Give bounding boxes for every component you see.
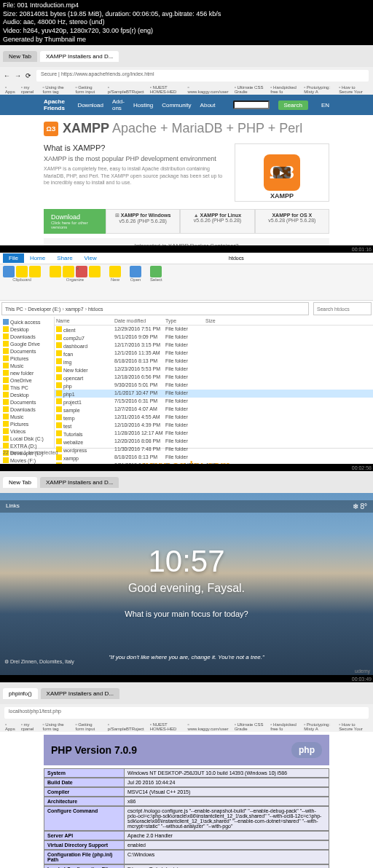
bookmark-item[interactable]: ▫ Prototyping: Misty A xyxy=(302,84,335,95)
nav-community[interactable]: Community xyxy=(162,102,191,108)
bookmark-item[interactable]: ▫ NUEST HOMES-HED xyxy=(148,722,184,732)
sidebar-item[interactable]: Desktop xyxy=(1,326,52,333)
sidebar-item[interactable]: Downloads xyxy=(1,333,52,340)
select-icon[interactable] xyxy=(150,266,162,277)
bookmark-item[interactable]: ▫ p/SampleBTRoject xyxy=(106,84,146,95)
file-row[interactable]: comp2u79/11/2016 9:09 PMFile folder xyxy=(55,334,373,342)
properties-icon[interactable] xyxy=(130,266,141,277)
col-date[interactable]: Date modified xyxy=(114,318,165,323)
paste-icon[interactable] xyxy=(29,266,41,277)
search-button[interactable]: Search xyxy=(278,100,308,110)
file-row[interactable]: php11/1/2017 10:47 PMFile folder xyxy=(55,390,373,398)
download-windows[interactable]: ⊞ XAMPP for Windowsv5.6.26 (PHP 5.6.28) xyxy=(106,209,180,234)
sidebar-item[interactable]: Pictures xyxy=(1,355,52,362)
sidebar-item[interactable]: EXTRA (D:) xyxy=(1,442,52,449)
tab-xampp-3[interactable]: XAMPP Installers and D... xyxy=(40,477,119,488)
sidebar-item[interactable]: Pictures xyxy=(1,420,52,427)
forward-icon[interactable]: → xyxy=(12,72,23,79)
lang-selector[interactable]: EN xyxy=(321,102,329,108)
sidebar-item[interactable]: Desktop xyxy=(1,391,52,398)
col-name[interactable]: Name xyxy=(56,318,114,323)
bookmark-item[interactable]: ▫ my cpanel xyxy=(19,84,39,95)
tab-phpinfo[interactable]: phpinfo() xyxy=(3,688,38,699)
bookmark-item[interactable]: ▫ Prototyping: Misty A xyxy=(302,722,335,732)
sidebar-item[interactable]: Music xyxy=(1,362,52,369)
sidebar-item[interactable]: Documents xyxy=(1,398,52,406)
bookmark-item[interactable]: ▫ Using the form tag xyxy=(41,84,72,95)
sidebar-item[interactable]: Documents xyxy=(1,347,52,355)
sidebar-item[interactable]: Downloads xyxy=(1,406,52,413)
bookmark-item[interactable]: ▫ www.kaggy.com/user xyxy=(185,722,230,732)
bookmark-item[interactable]: ▫ Handpicked free fo xyxy=(268,722,300,732)
bookmark-item[interactable]: ▫ NUEST HOMES-HED xyxy=(148,84,184,95)
back-icon[interactable]: ← xyxy=(1,72,12,79)
download-button[interactable]: Download Click here for other versions xyxy=(44,209,106,234)
file-row[interactable]: Tutorials11/28/2016 12:17 AMFile folder xyxy=(55,430,373,438)
sidebar-item[interactable]: Videos xyxy=(1,427,52,435)
bookmark-item[interactable]: ▫ Using the form tag xyxy=(41,722,72,732)
file-row[interactable]: php9/30/2016 5:01 PMFile folder xyxy=(55,382,373,390)
col-size[interactable]: Size xyxy=(205,318,235,323)
file-row[interactable]: fcan12/1/2016 11:35 AMFile folder xyxy=(55,350,373,358)
download-linux[interactable]: ▲ XAMPP for Linuxv5.6.26 (PHP 5.6.28) xyxy=(180,209,254,234)
file-row[interactable]: img8/18/2016 8:13 PMFile folder xyxy=(55,358,373,366)
bookmark-item[interactable]: ▫ How to Secure Your xyxy=(337,722,370,732)
file-row[interactable]: New folder12/23/2016 5:53 PMFile folder xyxy=(55,366,373,374)
bookmark-item[interactable]: ▫ How to Secure Your xyxy=(337,84,370,95)
bookmark-item[interactable]: ▫ Apps xyxy=(3,722,17,732)
tab-home[interactable]: Home xyxy=(24,253,51,263)
copy-icon[interactable] xyxy=(16,266,28,277)
bookmark-item[interactable]: ▫ www.kaggy.com/user xyxy=(185,84,230,95)
sidebar-item[interactable]: Quick access xyxy=(1,318,52,326)
nav-hosting[interactable]: Hosting xyxy=(133,102,153,108)
file-row[interactable]: test12/10/2016 4:39 PMFile folder xyxy=(55,422,373,430)
sidebar-item[interactable]: Local Disk (C:) xyxy=(1,435,52,442)
sidebar-item[interactable]: Movies (F:) xyxy=(1,457,52,464)
copy-to-icon[interactable] xyxy=(63,266,74,277)
file-row[interactable]: webalize12/20/2016 8:08 PMFile folder xyxy=(55,438,373,446)
reload-icon[interactable]: ⟳ xyxy=(23,72,34,79)
video-thumbnail[interactable]: ΩЗ ▶ XAMPP xyxy=(235,143,329,202)
tab-file[interactable]: File xyxy=(3,253,24,263)
search-input[interactable] xyxy=(233,100,270,109)
tab-view[interactable]: View xyxy=(79,253,103,263)
sidebar-item[interactable]: This PC xyxy=(1,384,52,391)
nav-download[interactable]: Download xyxy=(77,102,103,108)
nav-brand[interactable]: Apache Friends xyxy=(44,98,68,111)
tab-xampp[interactable]: XAMPP Installers and D... xyxy=(40,51,119,62)
col-type[interactable]: Type xyxy=(165,318,205,323)
file-row[interactable]: wordpress11/30/2016 7:48 PMFile folder xyxy=(55,446,373,454)
bookmark-item[interactable]: ▫ Ultimate CSS Gradie xyxy=(232,84,267,95)
bookmark-item[interactable]: ▫ Getting form input xyxy=(74,84,104,95)
file-row[interactable]: opencart12/18/2016 6:56 PMFile folder xyxy=(55,374,373,382)
breadcrumb[interactable]: This PC› Developer (E:)› xampp7› htdocs xyxy=(1,302,309,315)
sidebar-item[interactable]: Google Drive xyxy=(1,340,52,347)
move-icon[interactable] xyxy=(50,266,61,277)
address-bar-4[interactable]: localhost/php1/test.php xyxy=(4,707,369,719)
sidebar-item[interactable]: OneDrive xyxy=(1,376,52,384)
sidebar-item[interactable]: new folder xyxy=(1,369,52,376)
rename-icon[interactable] xyxy=(89,266,101,277)
bookmark-item[interactable]: ▫ Ultimate CSS Gradie xyxy=(232,722,267,732)
nav-addons[interactable]: Add-ons xyxy=(112,98,125,111)
pin-icon[interactable] xyxy=(3,266,15,277)
nav-about[interactable]: About xyxy=(200,102,216,108)
tab-new[interactable]: New Tab xyxy=(3,51,37,62)
search-files-input[interactable] xyxy=(313,302,372,315)
tab-new-3[interactable]: New Tab xyxy=(3,477,37,488)
delete-icon[interactable]: ✕ xyxy=(76,266,87,277)
file-row[interactable]: dashboard12/17/2016 3:15 PMFile folder xyxy=(55,342,373,350)
bookmark-item[interactable]: ▫ Apps xyxy=(3,84,17,95)
address-bar[interactable]: Secure | https://www.apachefriends.org/i… xyxy=(36,70,369,82)
download-osx[interactable]: XAMPP for OS Xv5.6.28 (PHP 5.6.28) xyxy=(255,209,329,234)
new-folder-icon[interactable] xyxy=(109,266,121,277)
file-row[interactable]: temp12/31/2016 4:55 AMFile folder xyxy=(55,414,373,422)
bookmark-item[interactable]: ▫ p/SampleBTRoject xyxy=(106,722,146,732)
bookmark-item[interactable]: ▫ Handpicked free fo xyxy=(268,84,300,95)
file-row[interactable]: project17/15/2016 6:31 PMFile folder xyxy=(55,398,373,406)
file-row[interactable]: sample12/7/2016 4:07 AMFile folder xyxy=(55,406,373,414)
tab-share[interactable]: Share xyxy=(51,253,78,263)
file-row[interactable]: client12/29/2016 7:51 PMFile folder xyxy=(55,326,373,334)
bookmark-item[interactable]: ▫ Getting form input xyxy=(74,722,104,732)
focus-prompt[interactable]: What is your main focus for today? xyxy=(0,609,373,618)
